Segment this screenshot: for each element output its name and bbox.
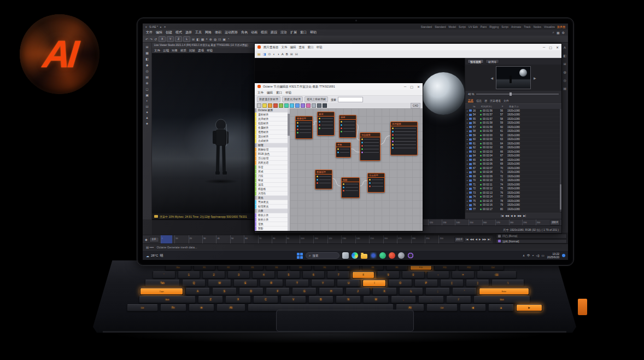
node-type-item[interactable]: 污垢 xyxy=(255,174,288,178)
key-caps[interactable]: Caps xyxy=(140,288,183,295)
color-swatch[interactable] xyxy=(306,103,311,108)
node-type-item[interactable]: 通用材质 xyxy=(255,130,288,135)
history-row[interactable]: ▸7800:02:18811920x1080 xyxy=(465,212,560,212)
color-swatch[interactable] xyxy=(279,103,283,108)
menubar-item[interactable]: 文件 xyxy=(146,30,153,35)
key-symbol[interactable]: . xyxy=(418,296,443,303)
menubar-item[interactable]: 角色 xyxy=(241,30,248,35)
menubar-item[interactable]: 选择 xyxy=(185,30,192,35)
node-type-item[interactable]: 合成材质 xyxy=(255,139,288,143)
node-pin[interactable] xyxy=(343,187,344,188)
history-row[interactable]: ▸5400:01:57571920x1080 xyxy=(465,113,560,118)
key-f[interactable]: F xyxy=(266,288,290,295)
graph-node[interactable]: 图像纹理 xyxy=(295,116,313,139)
node-pin[interactable] xyxy=(341,131,342,132)
axis-y-button[interactable]: Y xyxy=(167,36,174,42)
dock-icon[interactable]: ◧ xyxy=(563,54,566,57)
node-pin[interactable] xyxy=(319,127,320,129)
side-tool-icon[interactable]: ● xyxy=(146,111,148,114)
viewer-tool-icon[interactable]: ⊞ xyxy=(290,52,293,56)
tool-icon[interactable]: ◧ xyxy=(196,37,200,41)
key-symbol[interactable]: \ xyxy=(491,280,524,287)
tool-icon[interactable]: ▣ xyxy=(223,37,226,41)
history-row[interactable]: ▸1600:01:56561920x1080 xyxy=(465,109,560,113)
picture-viewer-menu[interactable]: 编辑 xyxy=(290,45,296,49)
axis-x-button[interactable]: X xyxy=(159,36,166,42)
transport-button[interactable]: ◀ xyxy=(511,214,513,217)
key-symbol[interactable]: ▶ xyxy=(516,304,542,311)
color-swatch[interactable] xyxy=(284,103,289,108)
key-tab[interactable]: Tab xyxy=(145,280,180,287)
layout-icon[interactable]: ▦ xyxy=(557,31,560,34)
key-q[interactable]: Q xyxy=(182,280,206,287)
node-editor-titlebar[interactable]: Octane 节点编辑器 K921工作室汉化-最新 TTK921691 ─ ▢ … xyxy=(255,83,423,90)
node-type-item[interactable]: 湍流 xyxy=(255,183,288,187)
color-swatch[interactable] xyxy=(257,103,261,108)
preview-thumbnail[interactable] xyxy=(496,66,531,89)
node-pin[interactable] xyxy=(319,121,320,123)
node-pin[interactable] xyxy=(297,122,298,124)
node-type-item[interactable]: RGB 颜色 xyxy=(255,152,288,156)
side-tool-icon[interactable]: ▲ xyxy=(145,116,149,119)
history-row[interactable]: ▸5500:01:57581920x1080 xyxy=(465,117,560,121)
key-y[interactable]: Y xyxy=(311,280,335,287)
history-row[interactable]: ▸6900:02:09721920x1080 xyxy=(465,175,560,179)
key-u[interactable]: U xyxy=(337,280,360,287)
key-symbol[interactable]: ; xyxy=(425,288,450,295)
key-8[interactable]: 8 xyxy=(352,271,375,278)
taskbar-gray-app-icon[interactable] xyxy=(398,252,405,259)
key-7[interactable]: 7 xyxy=(327,271,350,278)
battery-icon[interactable]: ▭ xyxy=(542,254,545,257)
history-row[interactable]: ▸7000:02:10731920x1080 xyxy=(465,179,560,183)
history-row[interactable]: ▸6400:02:04671920x1080 xyxy=(465,154,560,159)
history-row[interactable]: ▸7300:02:13761920x1080 xyxy=(465,191,560,195)
node-type-item[interactable]: 散射介质 xyxy=(255,218,288,222)
app-menu-icon[interactable]: ≡ xyxy=(145,25,147,28)
graph-node[interactable]: 图像纹理 xyxy=(315,170,332,189)
history-row[interactable]: ▸6700:02:07701920x1080 xyxy=(465,166,560,171)
node-pin[interactable] xyxy=(369,185,371,187)
key-e[interactable]: E xyxy=(233,280,257,287)
live-viewer-menu[interactable]: 材质 xyxy=(180,49,186,53)
node-pin[interactable] xyxy=(369,179,371,181)
node-type-item[interactable]: 金属材质 xyxy=(255,126,288,130)
transport-button[interactable]: ▶▶ xyxy=(518,214,522,217)
menubar-item[interactable]: 工具 xyxy=(195,30,202,35)
node-pin[interactable] xyxy=(392,144,394,146)
graph-node[interactable]: 渐变 xyxy=(339,115,356,138)
history-row[interactable]: ▸7200:02:12751920x1080 xyxy=(465,187,560,191)
node-pin[interactable] xyxy=(361,142,363,143)
graph-node[interactable]: 变换 xyxy=(336,142,351,158)
node-pin[interactable] xyxy=(341,127,342,129)
key-shift[interactable]: Shift xyxy=(473,296,530,303)
new-diffuse-material-button[interactable]: 新建漫反射材质 xyxy=(257,96,280,102)
tool-icon[interactable]: ◔ xyxy=(227,37,230,41)
key-d[interactable]: D xyxy=(239,288,264,295)
node-pin[interactable] xyxy=(341,121,342,123)
menubar-item[interactable]: 跟踪 xyxy=(271,30,277,35)
live-viewer-menu[interactable]: 云端 xyxy=(163,49,169,53)
panel-tab[interactable]: 层 xyxy=(484,99,487,102)
key-symbol[interactable]: , xyxy=(391,296,416,303)
side-tool-icon[interactable]: ⊟ xyxy=(145,104,148,108)
key-x[interactable]: X xyxy=(225,296,250,303)
key-4[interactable]: 4 xyxy=(252,271,275,278)
tool-icon[interactable]: ▦ xyxy=(201,37,204,41)
side-tool-icon[interactable]: ★ xyxy=(145,121,148,125)
color-swatch[interactable] xyxy=(262,103,267,108)
graph-node[interactable]: 噪波 xyxy=(317,112,335,136)
workspace-tab[interactable]: Standard xyxy=(421,25,432,28)
key-symbol[interactable]: ] xyxy=(466,280,489,287)
key-i[interactable]: I xyxy=(362,280,386,287)
zoom-slider-thumb[interactable] xyxy=(510,92,512,96)
color-swatch[interactable] xyxy=(312,103,316,108)
history-row[interactable]: ▸6100:02:01641920x1080 xyxy=(465,142,560,146)
menubar-item[interactable]: 创建 xyxy=(166,30,172,35)
clock[interactable]: 13:22 2025/6/20 xyxy=(547,252,559,259)
key-m[interactable]: M xyxy=(363,296,388,303)
node-pin[interactable] xyxy=(392,134,394,136)
volume-icon[interactable]: ◁) xyxy=(536,254,539,257)
taskbar-folder-icon[interactable] xyxy=(361,254,367,259)
live-viewer-menu[interactable]: 帮助 xyxy=(207,49,213,53)
dock-icon[interactable]: ▤ xyxy=(563,86,566,90)
